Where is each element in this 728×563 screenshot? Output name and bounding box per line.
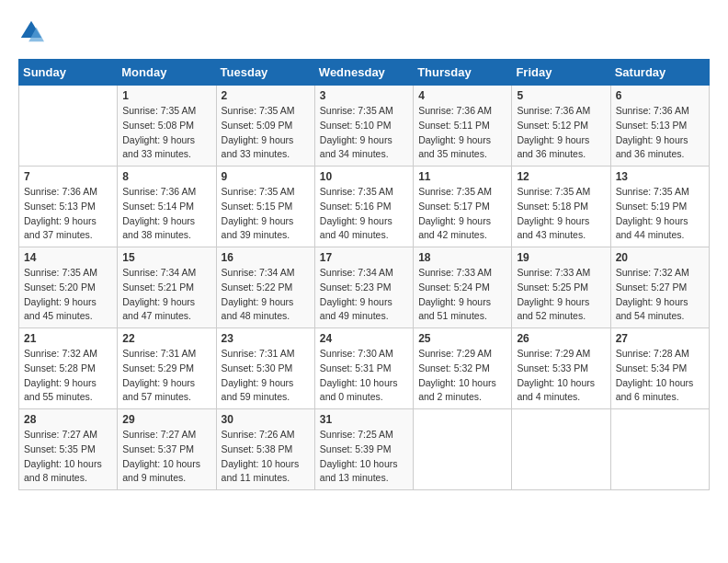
cell-daylight: Daylight: 9 hours and 49 minutes.: [320, 296, 392, 322]
calendar-cell: 12 Sunrise: 7:35 AM Sunset: 5:18 PM Dayl…: [512, 167, 610, 247]
cell-date: 24: [320, 332, 408, 345]
cell-date: 3: [320, 89, 408, 102]
cell-date: 15: [122, 251, 210, 264]
cell-info: Sunrise: 7:27 AM Sunset: 5:37 PM Dayligh…: [122, 428, 210, 486]
cell-sunrise: Sunrise: 7:26 AM: [222, 429, 295, 440]
calendar-cell: 29 Sunrise: 7:27 AM Sunset: 5:37 PM Dayl…: [118, 409, 216, 490]
cell-date: 6: [616, 89, 704, 102]
cell-sunrise: Sunrise: 7:33 AM: [418, 267, 492, 278]
cell-daylight: Daylight: 9 hours and 55 minutes.: [24, 377, 97, 403]
cell-sunrise: Sunrise: 7:27 AM: [122, 429, 196, 440]
cell-sunrise: Sunrise: 7:29 AM: [517, 348, 590, 359]
cell-daylight: Daylight: 10 hours and 11 minutes.: [222, 458, 300, 484]
cell-sunrise: Sunrise: 7:29 AM: [418, 348, 492, 359]
calendar-header: SundayMondayTuesdayWednesdayThursdayFrid…: [19, 60, 710, 86]
cell-date: 19: [517, 251, 605, 264]
cell-daylight: Daylight: 10 hours and 0 minutes.: [320, 377, 398, 403]
cell-info: Sunrise: 7:28 AM Sunset: 5:34 PM Dayligh…: [616, 347, 704, 405]
calendar-cell: 5 Sunrise: 7:36 AM Sunset: 5:12 PM Dayli…: [512, 86, 610, 167]
cell-sunrise: Sunrise: 7:36 AM: [616, 105, 689, 116]
cell-sunset: Sunset: 5:13 PM: [24, 201, 96, 212]
cell-daylight: Daylight: 9 hours and 48 minutes.: [222, 296, 294, 322]
calendar-cell: 7 Sunrise: 7:36 AM Sunset: 5:13 PM Dayli…: [19, 167, 118, 247]
cell-info: Sunrise: 7:30 AM Sunset: 5:31 PM Dayligh…: [320, 347, 408, 405]
cell-daylight: Daylight: 10 hours and 2 minutes.: [418, 377, 496, 403]
cell-date: 22: [122, 332, 210, 345]
cell-date: 31: [320, 413, 408, 426]
cell-sunset: Sunset: 5:08 PM: [122, 120, 194, 131]
cell-sunrise: Sunrise: 7:35 AM: [418, 186, 492, 197]
cell-date: 9: [222, 170, 310, 183]
cell-sunrise: Sunrise: 7:34 AM: [122, 267, 196, 278]
calendar-cell: 3 Sunrise: 7:35 AM Sunset: 5:10 PM Dayli…: [314, 86, 413, 167]
cell-info: Sunrise: 7:32 AM Sunset: 5:28 PM Dayligh…: [24, 347, 112, 405]
weekday-header-monday: Monday: [118, 60, 216, 86]
cell-info: Sunrise: 7:34 AM Sunset: 5:21 PM Dayligh…: [122, 266, 210, 324]
cell-info: Sunrise: 7:35 AM Sunset: 5:09 PM Dayligh…: [222, 104, 310, 162]
cell-daylight: Daylight: 10 hours and 8 minutes.: [24, 458, 102, 484]
cell-daylight: Daylight: 9 hours and 34 minutes.: [320, 134, 392, 160]
cell-daylight: Daylight: 9 hours and 47 minutes.: [122, 296, 195, 322]
cell-sunrise: Sunrise: 7:35 AM: [320, 186, 393, 197]
cell-sunset: Sunset: 5:31 PM: [320, 362, 392, 373]
cell-info: Sunrise: 7:29 AM Sunset: 5:33 PM Dayligh…: [517, 347, 605, 405]
cell-daylight: Daylight: 10 hours and 9 minutes.: [122, 458, 200, 484]
cell-date: 23: [222, 332, 310, 345]
calendar-cell: 21 Sunrise: 7:32 AM Sunset: 5:28 PM Dayl…: [19, 328, 118, 409]
cell-info: Sunrise: 7:36 AM Sunset: 5:12 PM Dayligh…: [517, 104, 605, 162]
cell-sunset: Sunset: 5:11 PM: [418, 120, 490, 131]
calendar-cell: 19 Sunrise: 7:33 AM Sunset: 5:25 PM Dayl…: [512, 247, 610, 328]
calendar-cell: 20 Sunrise: 7:32 AM Sunset: 5:27 PM Dayl…: [610, 247, 709, 328]
cell-daylight: Daylight: 9 hours and 36 minutes.: [616, 134, 688, 160]
cell-sunset: Sunset: 5:23 PM: [320, 282, 392, 293]
cell-sunrise: Sunrise: 7:25 AM: [320, 429, 393, 440]
cell-sunrise: Sunrise: 7:35 AM: [222, 186, 295, 197]
cell-daylight: Daylight: 9 hours and 33 minutes.: [222, 134, 294, 160]
cell-info: Sunrise: 7:35 AM Sunset: 5:15 PM Dayligh…: [222, 185, 310, 243]
cell-info: Sunrise: 7:36 AM Sunset: 5:13 PM Dayligh…: [616, 104, 704, 162]
cell-info: Sunrise: 7:29 AM Sunset: 5:32 PM Dayligh…: [418, 347, 506, 405]
cell-sunset: Sunset: 5:12 PM: [517, 120, 588, 131]
cell-date: 12: [517, 170, 605, 183]
cell-info: Sunrise: 7:35 AM Sunset: 5:16 PM Dayligh…: [320, 185, 408, 243]
calendar-cell: 10 Sunrise: 7:35 AM Sunset: 5:16 PM Dayl…: [314, 167, 413, 247]
calendar-cell: 31 Sunrise: 7:25 AM Sunset: 5:39 PM Dayl…: [314, 409, 413, 490]
cell-date: 26: [517, 332, 605, 345]
cell-daylight: Daylight: 9 hours and 39 minutes.: [222, 215, 294, 241]
cell-date: 29: [122, 413, 210, 426]
cell-daylight: Daylight: 9 hours and 59 minutes.: [222, 377, 294, 403]
cell-sunset: Sunset: 5:22 PM: [222, 282, 293, 293]
weekday-header-thursday: Thursday: [414, 60, 512, 86]
cell-sunrise: Sunrise: 7:31 AM: [122, 348, 196, 359]
weekday-header-sunday: Sunday: [19, 60, 118, 86]
cell-date: 4: [418, 89, 506, 102]
cell-date: 18: [418, 251, 506, 264]
cell-info: Sunrise: 7:34 AM Sunset: 5:22 PM Dayligh…: [222, 266, 310, 324]
cell-sunrise: Sunrise: 7:34 AM: [222, 267, 295, 278]
calendar-cell: 30 Sunrise: 7:26 AM Sunset: 5:38 PM Dayl…: [216, 409, 314, 490]
cell-date: 13: [616, 170, 704, 183]
cell-daylight: Daylight: 9 hours and 43 minutes.: [517, 215, 589, 241]
cell-daylight: Daylight: 9 hours and 51 minutes.: [418, 296, 491, 322]
calendar-week-3: 14 Sunrise: 7:35 AM Sunset: 5:20 PM Dayl…: [19, 247, 710, 328]
cell-daylight: Daylight: 10 hours and 4 minutes.: [517, 377, 595, 403]
calendar-cell: 16 Sunrise: 7:34 AM Sunset: 5:22 PM Dayl…: [216, 247, 314, 328]
weekday-header-wednesday: Wednesday: [314, 60, 413, 86]
cell-sunset: Sunset: 5:20 PM: [24, 282, 96, 293]
cell-daylight: Daylight: 9 hours and 54 minutes.: [616, 296, 688, 322]
calendar-cell: 18 Sunrise: 7:33 AM Sunset: 5:24 PM Dayl…: [414, 247, 512, 328]
cell-info: Sunrise: 7:25 AM Sunset: 5:39 PM Dayligh…: [320, 428, 408, 486]
calendar-week-1: 1 Sunrise: 7:35 AM Sunset: 5:08 PM Dayli…: [19, 86, 710, 167]
weekday-header-tuesday: Tuesday: [216, 60, 314, 86]
cell-sunset: Sunset: 5:30 PM: [222, 362, 293, 373]
cell-date: 5: [517, 89, 605, 102]
cell-daylight: Daylight: 9 hours and 36 minutes.: [517, 134, 589, 160]
calendar-week-4: 21 Sunrise: 7:32 AM Sunset: 5:28 PM Dayl…: [19, 328, 710, 409]
calendar-cell: 1 Sunrise: 7:35 AM Sunset: 5:08 PM Dayli…: [118, 86, 216, 167]
calendar-cell: 17 Sunrise: 7:34 AM Sunset: 5:23 PM Dayl…: [314, 247, 413, 328]
cell-date: 27: [616, 332, 704, 345]
calendar-cell: [512, 409, 610, 490]
weekday-header-friday: Friday: [512, 60, 610, 86]
cell-date: 28: [24, 413, 112, 426]
cell-sunset: Sunset: 5:16 PM: [320, 201, 392, 212]
